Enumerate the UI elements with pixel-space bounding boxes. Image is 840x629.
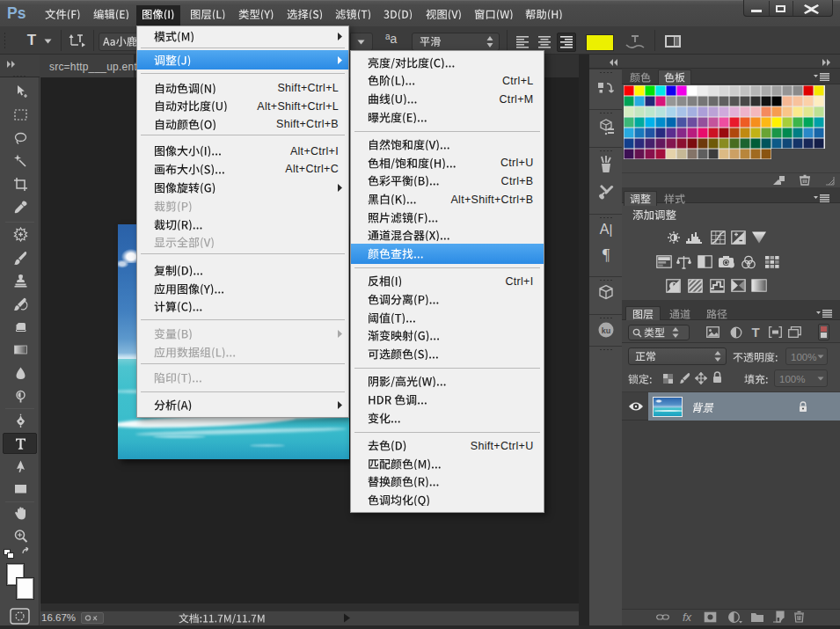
svg-text:ku: ku (602, 326, 611, 335)
